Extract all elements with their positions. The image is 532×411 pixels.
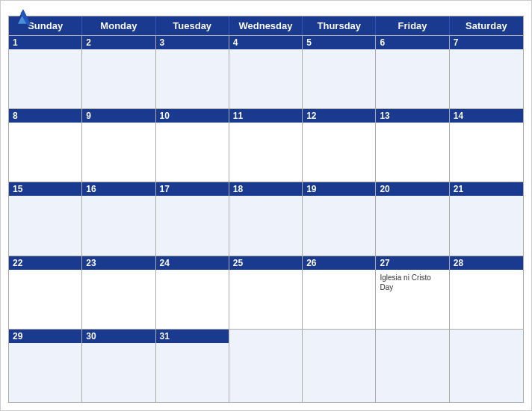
day-number: 16 bbox=[82, 182, 155, 196]
calendar-grid: SundayMondayTuesdayWednesdayThursdayFrid… bbox=[8, 16, 524, 403]
day-cell: 15 bbox=[9, 182, 82, 255]
day-number: 21 bbox=[450, 182, 523, 196]
day-cell: 30 bbox=[82, 330, 155, 402]
day-headers: SundayMondayTuesdayWednesdayThursdayFrid… bbox=[9, 16, 523, 35]
day-number: 13 bbox=[376, 109, 448, 123]
day-number: 27 bbox=[376, 256, 448, 270]
day-number: 11 bbox=[229, 109, 302, 123]
day-cell: 24 bbox=[156, 256, 229, 329]
day-cell: 8 bbox=[9, 109, 82, 182]
day-header-saturday: Saturday bbox=[450, 16, 523, 35]
day-cell: 16 bbox=[82, 182, 155, 255]
day-header-friday: Friday bbox=[376, 16, 449, 35]
day-cell: 7 bbox=[450, 36, 523, 108]
day-cell: 11 bbox=[229, 109, 303, 182]
day-cell: 19 bbox=[303, 182, 376, 255]
day-header-monday: Monday bbox=[82, 16, 155, 35]
day-cell: 13 bbox=[376, 109, 449, 182]
day-number: 1 bbox=[9, 36, 81, 49]
logo-area bbox=[13, 7, 37, 28]
day-number: 26 bbox=[303, 256, 375, 270]
logo-icon bbox=[13, 7, 34, 28]
day-event: Iglesia ni Cristo Day bbox=[380, 273, 445, 292]
day-cell: 6 bbox=[376, 36, 449, 108]
week-row-3: 15161718192021 bbox=[9, 182, 523, 255]
day-number: 15 bbox=[9, 182, 81, 196]
day-number: 10 bbox=[156, 109, 229, 123]
day-cell: 4 bbox=[229, 36, 303, 108]
week-row-4: 222324252627Iglesia ni Cristo Day28 bbox=[9, 256, 523, 329]
day-cell: 17 bbox=[156, 182, 229, 255]
week-row-5: 293031 bbox=[9, 329, 523, 402]
week-row-1: 1234567 bbox=[9, 35, 523, 108]
day-cell: 21 bbox=[450, 182, 523, 255]
day-number: 18 bbox=[229, 182, 302, 196]
day-number: 22 bbox=[9, 256, 81, 270]
calendar-weeks: 1234567891011121314151617181920212223242… bbox=[9, 35, 523, 402]
day-number: 6 bbox=[376, 36, 448, 49]
day-number: 31 bbox=[156, 330, 229, 343]
day-cell: 14 bbox=[450, 109, 523, 182]
day-cell: 29 bbox=[9, 330, 82, 402]
day-number: 12 bbox=[303, 109, 375, 123]
calendar-container: SundayMondayTuesdayWednesdayThursdayFrid… bbox=[0, 0, 532, 411]
day-cell: 9 bbox=[82, 109, 155, 182]
day-number: 23 bbox=[82, 256, 155, 270]
day-header-tuesday: Tuesday bbox=[156, 16, 229, 35]
day-number: 25 bbox=[229, 256, 302, 270]
day-cell: 27Iglesia ni Cristo Day bbox=[376, 256, 449, 329]
day-cell: 12 bbox=[303, 109, 376, 182]
day-cell: 2 bbox=[82, 36, 155, 108]
day-number: 2 bbox=[82, 36, 155, 49]
day-cell: 18 bbox=[229, 182, 303, 255]
day-cell bbox=[376, 330, 449, 402]
day-cell: 5 bbox=[303, 36, 376, 108]
day-number: 24 bbox=[156, 256, 229, 270]
day-header-wednesday: Wednesday bbox=[229, 16, 303, 35]
day-number: 3 bbox=[156, 36, 229, 49]
day-number: 9 bbox=[82, 109, 155, 123]
day-cell: 10 bbox=[156, 109, 229, 182]
week-row-2: 891011121314 bbox=[9, 108, 523, 182]
day-number: 19 bbox=[303, 182, 375, 196]
day-cell: 22 bbox=[9, 256, 82, 329]
day-cell bbox=[303, 330, 376, 402]
day-cell: 31 bbox=[156, 330, 229, 402]
day-cell: 25 bbox=[229, 256, 303, 329]
day-number: 7 bbox=[450, 36, 523, 49]
day-number: 20 bbox=[376, 182, 448, 196]
day-cell bbox=[229, 330, 303, 402]
day-cell: 3 bbox=[156, 36, 229, 108]
day-number: 28 bbox=[450, 256, 523, 270]
day-number: 30 bbox=[82, 330, 155, 343]
day-cell: 28 bbox=[450, 256, 523, 329]
day-number: 29 bbox=[9, 330, 81, 343]
calendar-header bbox=[1, 1, 531, 11]
day-cell: 23 bbox=[82, 256, 155, 329]
day-cell bbox=[450, 330, 523, 402]
day-cell: 20 bbox=[376, 182, 449, 255]
day-cell: 26 bbox=[303, 256, 376, 329]
day-header-thursday: Thursday bbox=[303, 16, 376, 35]
day-number: 14 bbox=[450, 109, 523, 123]
day-number: 8 bbox=[9, 109, 81, 123]
day-number: 5 bbox=[303, 36, 375, 49]
day-number: 4 bbox=[229, 36, 302, 49]
day-cell: 1 bbox=[9, 36, 82, 108]
day-number: 17 bbox=[156, 182, 229, 196]
